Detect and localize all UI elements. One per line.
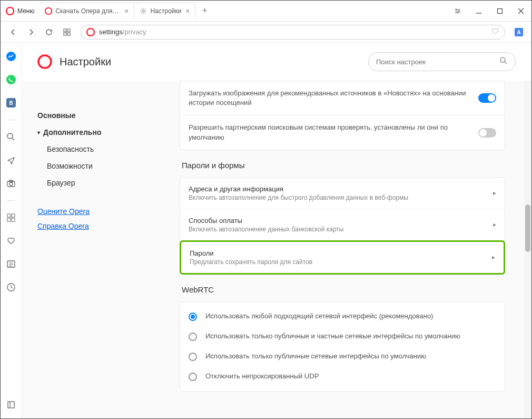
menu-label: Меню — [17, 7, 34, 15]
top-card: Загружать изображения для рекомендованны… — [180, 81, 505, 150]
close-icon[interactable]: × — [124, 7, 129, 15]
svg-point-2 — [142, 9, 144, 12]
svg-rect-28 — [8, 402, 14, 408]
row-title: Адреса и другая информация — [189, 185, 493, 193]
svg-point-4 — [458, 10, 459, 11]
reload-button[interactable] — [42, 25, 56, 40]
svg-point-18 — [7, 133, 13, 139]
tab-settings[interactable]: Настройки × — [134, 3, 195, 20]
sidebar-link-help[interactable]: Справка Opera — [37, 219, 159, 233]
expand-icon[interactable] — [5, 398, 17, 411]
svg-point-15 — [6, 75, 16, 84]
svg-rect-7 — [64, 29, 66, 32]
section-title-webrtc: WebRTC — [180, 275, 505, 301]
radio-button[interactable] — [189, 373, 197, 381]
speed-dial-button[interactable] — [60, 25, 74, 40]
new-tab-button[interactable]: + — [195, 5, 214, 16]
settings-body: Основные Дополнительно Безопасность Возм… — [22, 81, 531, 418]
svg-point-1 — [45, 7, 52, 14]
svg-rect-25 — [12, 218, 15, 221]
webrtc-card: Использовать любой подходящий сетевой ин… — [180, 301, 505, 392]
setting-row-search-engines: Разрешить партнерским поисковым системам… — [180, 115, 505, 149]
tab-download[interactable]: Скачать Опера для компь × — [40, 3, 134, 20]
messenger-icon[interactable] — [5, 50, 17, 63]
gear-icon — [140, 7, 147, 15]
news-icon[interactable] — [5, 258, 17, 270]
window-controls — [447, 1, 531, 21]
toggle-switch[interactable] — [478, 128, 496, 138]
sidebar-item-features[interactable]: Возможности — [47, 158, 159, 174]
address-text: settings/privacy — [99, 28, 491, 36]
toolbar: settings/privacy A — [1, 22, 531, 43]
titlebar: Меню Скачать Опера для компь × Настройки… — [1, 1, 531, 22]
radio-button[interactable] — [189, 333, 197, 341]
scrollbar-thumb[interactable] — [525, 204, 530, 252]
bookmarks-icon[interactable] — [5, 235, 17, 247]
radio-option-3[interactable]: Отключить непроксированный UDP — [180, 366, 505, 386]
radio-option-0[interactable]: Использовать любой подходящий сетевой ин… — [180, 306, 505, 326]
toggle-switch[interactable] — [478, 93, 496, 103]
easy-setup-icon[interactable] — [447, 1, 468, 21]
radio-label: Использовать только публичные сетевые ин… — [205, 352, 426, 361]
svg-text:A: A — [517, 30, 520, 35]
svg-point-20 — [9, 182, 13, 186]
svg-point-3 — [456, 8, 457, 9]
settings-search[interactable] — [368, 52, 516, 71]
translate-button[interactable]: A — [511, 25, 526, 40]
row-title: Пароли — [190, 249, 492, 257]
row-desc: Включить автозаполнение для быстрого доб… — [189, 194, 493, 201]
close-icon[interactable]: × — [185, 7, 190, 15]
divider — [7, 200, 15, 201]
radio-option-2[interactable]: Использовать только публичные сетевые ин… — [180, 346, 505, 366]
flow-icon[interactable] — [5, 154, 17, 167]
opera-icon — [86, 28, 95, 36]
vk-icon[interactable]: B — [5, 96, 17, 109]
sidebar-link-rate[interactable]: Оцените Opera — [37, 204, 159, 219]
whatsapp-icon[interactable] — [5, 73, 17, 86]
address-bar[interactable]: settings/privacy — [81, 25, 505, 40]
svg-rect-6 — [498, 8, 503, 13]
radio-button[interactable] — [189, 353, 197, 361]
page-title: Настройки — [60, 56, 368, 68]
chevron-right-icon: ▸ — [492, 254, 495, 261]
sidebar-item-advanced[interactable]: Дополнительно — [37, 124, 159, 141]
row-passwords[interactable]: Пароли Предлагать сохранять пароли для с… — [180, 240, 505, 275]
svg-point-11 — [87, 28, 94, 36]
settings-main[interactable]: Загружать изображения для рекомендованны… — [169, 81, 531, 418]
radio-option-1[interactable]: Использовать только публичные и частные … — [180, 326, 505, 346]
svg-point-29 — [38, 55, 51, 68]
speed-dial-icon[interactable] — [5, 211, 17, 224]
svg-rect-23 — [12, 214, 15, 217]
sidebar-item-basic[interactable]: Основные — [37, 107, 159, 124]
maximize-button[interactable] — [489, 1, 510, 21]
back-button[interactable] — [6, 25, 21, 40]
svg-rect-24 — [7, 218, 11, 221]
section-title-passwords: Пароли и формы — [180, 150, 505, 177]
heart-icon[interactable] — [491, 27, 499, 37]
minimize-button[interactable] — [468, 1, 489, 21]
setting-row-news-images: Загружать изображения для рекомендованны… — [180, 81, 505, 115]
divider — [7, 120, 15, 120]
settings-header: Настройки — [22, 43, 531, 81]
snapshot-icon[interactable] — [5, 177, 17, 190]
tab-title: Настройки — [150, 7, 181, 15]
forward-button[interactable] — [24, 25, 38, 40]
search-input[interactable] — [376, 58, 499, 66]
opera-icon — [6, 7, 14, 15]
history-icon[interactable] — [5, 281, 17, 294]
row-payment[interactable]: Способы оплаты Включить автозаполнение д… — [180, 209, 505, 241]
menu-button[interactable]: Меню — [1, 1, 40, 21]
passwords-card: Адреса и другая информация Включить авто… — [180, 177, 505, 275]
sidebar-item-security[interactable]: Безопасность — [47, 141, 159, 158]
search-icon[interactable] — [5, 131, 17, 143]
scrollbar[interactable] — [524, 81, 531, 418]
settings-page: Настройки Основные Дополнительно Безопас… — [22, 43, 531, 418]
radio-button[interactable] — [189, 313, 197, 321]
radio-label: Использовать только публичные и частные … — [205, 332, 460, 341]
row-addresses[interactable]: Адреса и другая информация Включить авто… — [180, 178, 505, 209]
svg-rect-22 — [7, 214, 11, 217]
sidebar-item-browser[interactable]: Браузер — [47, 174, 159, 191]
opera-icon — [45, 7, 52, 15]
close-button[interactable] — [510, 1, 531, 21]
svg-rect-10 — [67, 33, 70, 35]
